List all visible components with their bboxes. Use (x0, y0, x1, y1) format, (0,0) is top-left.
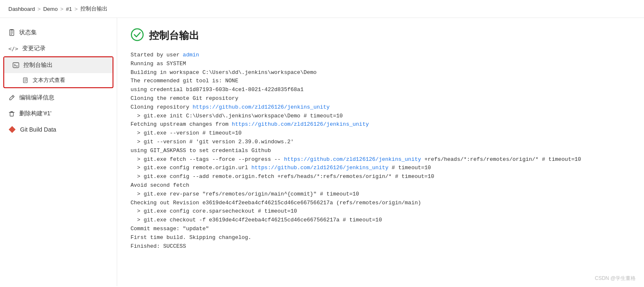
breadcrumb-current: 控制台输出 (80, 5, 108, 13)
main-layout: 状态集 </> 变更记录 控制台输出 (0, 18, 644, 286)
console-line-14: > git.exe config remote.origin.url https… (131, 164, 631, 173)
console-line-17: > git.exe rev-parse "refs/remotes/origin… (131, 190, 631, 199)
clipboard-icon (8, 29, 15, 36)
sidebar-changes-label: 变更记录 (22, 45, 46, 52)
sidebar-delete-label: 删除构建'#1' (19, 110, 51, 117)
svg-line-11 (12, 96, 13, 97)
sidebar-item-status[interactable]: 状态集 (0, 25, 117, 41)
console-line-18: Checking out Revision e3619de4c4f2eeba4c… (131, 199, 631, 208)
page-title-row: 控制台输出 (131, 28, 631, 43)
console-line-4: The recommended git tool is: NONE (131, 77, 631, 86)
trash-icon (8, 110, 15, 117)
svg-rect-1 (10, 29, 13, 30)
terminal-icon (13, 62, 19, 69)
console-line-20: > git.exe checkout -f e3619de4c4f2eeba4c… (131, 216, 631, 225)
console-line-16: Avoid second fetch (131, 181, 631, 190)
sidebar-item-edit[interactable]: 编辑编译信息 (0, 90, 117, 106)
breadcrumb-sep-1: > (38, 6, 41, 12)
config-url-link[interactable]: https://github.com/zld126126/jenkins_uni… (251, 165, 389, 171)
console-output: Started by user admin Running as SYSTEM … (131, 51, 631, 251)
sidebar-item-console[interactable]: 控制台输出 (4, 57, 113, 73)
watermark: CSDN @学生董格 (595, 275, 636, 282)
sidebar-gitbuild-label: Git Build Data (20, 126, 56, 133)
console-line-7: Cloning repository https://github.com/zl… (131, 103, 631, 112)
console-line-10: > git.exe --version # timeout=10 (131, 129, 631, 138)
sidebar-active-group: 控制台输出 文本方式查看 (3, 56, 113, 88)
svg-rect-12 (10, 112, 13, 116)
console-line-13: > git.exe fetch --tags --force --progres… (131, 155, 631, 164)
console-line-12: using GIT_ASKPASS to set credentials Git… (131, 147, 631, 155)
success-check-icon (131, 28, 144, 43)
breadcrumb: Dashboard > Demo > #1 > 控制台输出 (0, 0, 644, 18)
console-line-2: Running as SYSTEM (131, 60, 631, 69)
admin-link[interactable]: admin (183, 52, 199, 58)
sidebar-item-changes[interactable]: </> 变更记录 (0, 41, 117, 56)
sidebar-item-textview[interactable]: 文本方式查看 (4, 73, 113, 87)
breadcrumb-demo[interactable]: Demo (43, 6, 58, 12)
breadcrumb-sep-2: > (60, 6, 64, 12)
console-line-19: > git.exe config core.sparsecheckout # t… (131, 207, 631, 216)
svg-rect-0 (10, 30, 14, 36)
sidebar-item-delete[interactable]: 删除构建'#1' (0, 106, 117, 122)
fetch-link[interactable]: https://github.com/zld126126/jenkins_uni… (232, 121, 369, 127)
code-icon: </> (8, 46, 18, 52)
fetch-tags-link[interactable]: https://github.com/zld126126/jenkins_uni… (284, 156, 421, 163)
breadcrumb-build[interactable]: #1 (66, 6, 72, 12)
console-line-1: Started by user admin (131, 51, 631, 60)
sidebar: 状态集 </> 变更记录 控制台输出 (0, 18, 117, 286)
document-icon (23, 77, 28, 83)
git-diamond-icon (8, 126, 16, 133)
console-line-3: Building in workspace C:\Users\dd\.jenki… (131, 69, 631, 77)
sidebar-textview-label: 文本方式查看 (33, 76, 65, 84)
content-area: 控制台输出 Started by user admin Running as S… (117, 18, 644, 286)
sidebar-item-gitbuild[interactable]: Git Build Data (0, 122, 117, 137)
clone-repo-link[interactable]: https://github.com/zld126126/jenkins_uni… (192, 104, 330, 110)
console-line-11: > git --version # 'git version 2.39.0.wi… (131, 138, 631, 147)
sidebar-status-label: 状态集 (19, 29, 37, 36)
console-line-21: Commit message: "update" (131, 225, 631, 234)
page-title: 控制台输出 (149, 29, 199, 42)
breadcrumb-sep-3: > (74, 6, 78, 12)
edit-icon (8, 94, 15, 101)
console-line-23: Finished: SUCCESS (131, 242, 631, 251)
console-line-22: First time build. Skipping changelog. (131, 234, 631, 242)
console-line-15: > git.exe config --add remote.origin.fet… (131, 173, 631, 181)
sidebar-edit-label: 编辑编译信息 (19, 94, 54, 102)
console-line-5: using credential b1d87193-603b-4ce1-8021… (131, 86, 631, 94)
breadcrumb-dashboard[interactable]: Dashboard (8, 6, 35, 12)
sidebar-console-label: 控制台输出 (23, 61, 53, 69)
console-line-9: Fetching upstream changes from https://g… (131, 120, 631, 129)
svg-rect-5 (13, 63, 19, 68)
console-line-6: Cloning the remote Git repository (131, 94, 631, 103)
svg-point-17 (131, 29, 143, 41)
console-line-8: > git.exe init C:\Users\dd\.jenkins\work… (131, 112, 631, 121)
